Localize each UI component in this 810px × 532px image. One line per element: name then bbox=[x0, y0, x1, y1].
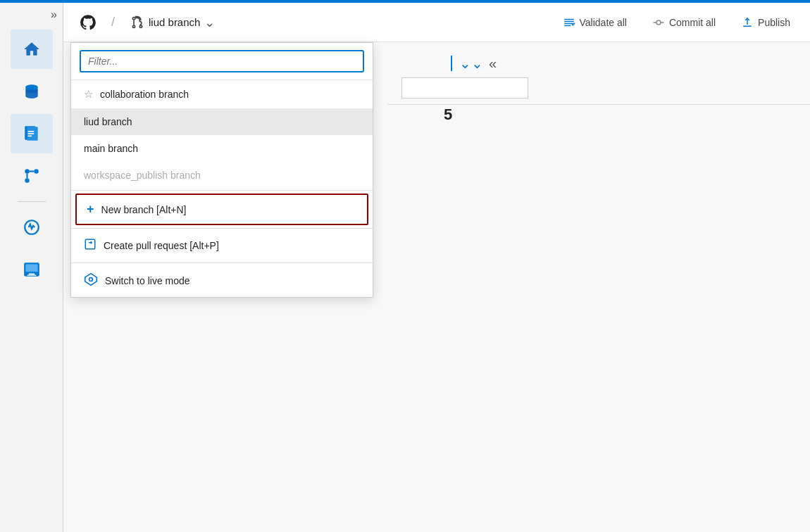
sidebar-item-tools[interactable] bbox=[11, 250, 53, 289]
sidebar-item-home[interactable] bbox=[11, 30, 53, 69]
double-chevron-left-icon[interactable]: « bbox=[489, 56, 497, 72]
new-branch-button[interactable]: + New branch [Alt+N] bbox=[75, 194, 368, 225]
branch-filter-input[interactable] bbox=[80, 50, 364, 72]
current-branch-name: liud branch bbox=[149, 16, 200, 28]
pull-request-label: Create pull request [Alt+P] bbox=[104, 240, 219, 251]
svg-point-6 bbox=[25, 169, 30, 174]
svg-rect-14 bbox=[28, 273, 35, 274]
content-area: ☆ collaboration branch liud branch main … bbox=[63, 42, 810, 532]
filter-container bbox=[71, 43, 373, 80]
workspace-publish-branch-label: workspace_publish branch bbox=[84, 170, 201, 181]
sidebar-item-documents[interactable] bbox=[11, 114, 53, 153]
switch-to-live-mode-button[interactable]: Switch to live mode bbox=[71, 265, 373, 297]
svg-rect-23 bbox=[743, 25, 752, 27]
sidebar-item-monitor[interactable] bbox=[11, 208, 53, 247]
main-content: / liud branch ⌄ Va bbox=[63, 3, 810, 532]
liud-branch-label: liud branch bbox=[84, 116, 132, 127]
sidebar: » bbox=[0, 3, 63, 532]
toolbar-path-separator: / bbox=[111, 15, 115, 30]
new-branch-label: New branch [Alt+N] bbox=[101, 204, 187, 215]
svg-marker-25 bbox=[85, 274, 97, 286]
validate-all-button[interactable]: Validate all bbox=[554, 12, 635, 33]
panel-indicator bbox=[451, 56, 452, 71]
sidebar-divider-1 bbox=[18, 201, 46, 202]
svg-rect-24 bbox=[85, 239, 95, 249]
dropdown-divider-2 bbox=[71, 228, 373, 229]
branch-item-workspace-publish: workspace_publish branch bbox=[71, 162, 373, 189]
plus-icon: + bbox=[87, 202, 94, 217]
create-pull-request-button[interactable]: Create pull request [Alt+P] bbox=[71, 230, 373, 261]
live-mode-icon bbox=[84, 272, 98, 289]
dropdown-divider-1 bbox=[71, 190, 373, 191]
collaboration-branch-label: collaboration branch bbox=[100, 89, 189, 100]
svg-point-20 bbox=[656, 20, 661, 25]
sidebar-item-database[interactable] bbox=[11, 72, 53, 111]
pull-request-icon bbox=[84, 238, 96, 253]
branch-selector[interactable]: liud branch ⌄ bbox=[125, 12, 220, 33]
svg-rect-13 bbox=[25, 264, 37, 272]
main-branch-label: main branch bbox=[84, 143, 138, 154]
commit-all-button[interactable]: Commit all bbox=[644, 12, 724, 33]
toolbar: / liud branch ⌄ Va bbox=[63, 3, 810, 42]
svg-point-26 bbox=[89, 278, 93, 281]
commit-all-label: Commit all bbox=[669, 17, 716, 28]
publish-label: Publish bbox=[758, 17, 790, 28]
star-icon: ☆ bbox=[84, 88, 93, 101]
double-chevron-down-icon[interactable]: ⌄⌄ bbox=[459, 55, 483, 72]
right-panel-divider bbox=[387, 104, 810, 105]
right-search-box[interactable] bbox=[401, 77, 528, 99]
sidebar-item-pipeline[interactable] bbox=[11, 156, 53, 196]
branch-dropdown-arrow: ⌄ bbox=[204, 15, 215, 30]
svg-point-7 bbox=[34, 169, 39, 174]
sidebar-expand-button[interactable]: » bbox=[0, 8, 63, 21]
branch-item-collaboration[interactable]: ☆ collaboration branch bbox=[71, 80, 373, 108]
svg-rect-15 bbox=[27, 275, 36, 276]
svg-point-8 bbox=[25, 178, 30, 183]
branch-dropdown-panel: ☆ collaboration branch liud branch main … bbox=[70, 42, 373, 298]
github-icon-button[interactable] bbox=[75, 11, 101, 34]
validate-all-label: Validate all bbox=[580, 17, 627, 28]
switch-to-live-mode-label: Switch to live mode bbox=[105, 275, 190, 286]
branch-item-main[interactable]: main branch bbox=[71, 135, 373, 162]
count-display: 5 bbox=[444, 106, 452, 124]
branch-item-liud[interactable]: liud branch bbox=[71, 108, 373, 135]
dropdown-divider-3 bbox=[71, 262, 373, 263]
publish-button[interactable]: Publish bbox=[733, 12, 799, 33]
